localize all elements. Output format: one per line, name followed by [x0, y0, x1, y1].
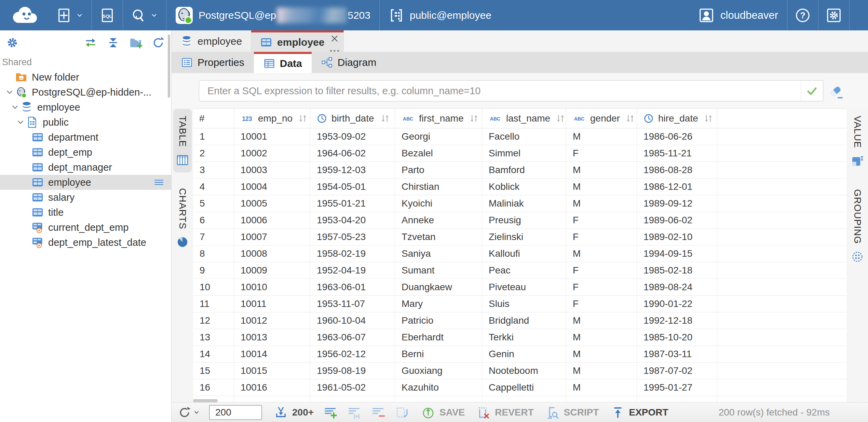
data-cell[interactable]: Sluis	[482, 296, 566, 312]
tree-item[interactable]: salary	[0, 190, 171, 205]
tree-item[interactable]: dept_emp	[0, 145, 171, 160]
data-cell[interactable]: Simmel	[482, 145, 566, 161]
data-cell[interactable]: 1986-12-01	[637, 179, 717, 195]
data-cell[interactable]: 1961-05-02	[310, 379, 395, 396]
data-cell[interactable]: 1992-12-18	[637, 312, 717, 329]
sort-icon[interactable]	[468, 113, 480, 124]
data-cell[interactable]: 10008	[234, 245, 310, 262]
data-cell[interactable]	[234, 396, 310, 402]
row-number-cell[interactable]: 12	[193, 312, 234, 329]
data-cell[interactable]: Mary	[395, 296, 482, 312]
refresh-results-button[interactable]	[178, 406, 200, 419]
data-cell[interactable]	[566, 396, 637, 402]
data-cell[interactable]: F	[566, 229, 637, 245]
help-button[interactable]: ?	[787, 0, 818, 30]
panel-tab-value[interactable]: VALUE	[848, 109, 867, 173]
sidebar-scrollbar[interactable]	[168, 34, 170, 98]
data-cell[interactable]: 1989-06-02	[637, 212, 717, 228]
sync-connections-icon[interactable]	[84, 36, 97, 50]
data-cell[interactable]: 10009	[234, 262, 310, 279]
data-cell[interactable]: 1953-11-07	[310, 296, 395, 312]
data-cell[interactable]: Georgi	[395, 128, 482, 145]
script-button[interactable]: SCRIPT	[545, 405, 599, 420]
data-cell[interactable]: F	[566, 296, 637, 312]
chevron-down-icon[interactable]	[4, 87, 15, 98]
data-cell[interactable]: 1985-11-21	[637, 145, 717, 161]
tree-item[interactable]: employee	[0, 175, 171, 190]
data-cell[interactable]: 1952-04-19	[310, 262, 395, 279]
data-cell[interactable]: Duangkaew	[395, 279, 482, 295]
save-button[interactable]: SAVE	[421, 405, 465, 420]
data-cell[interactable]: 1994-09-15	[637, 245, 717, 262]
subtab[interactable]: Data	[254, 52, 312, 73]
data-cell[interactable]: 1987-07-02	[637, 363, 717, 379]
data-cell[interactable]: Bridgland	[482, 312, 566, 329]
tree-item[interactable]: current_dept_emp	[0, 220, 171, 235]
search-connection-button[interactable]	[123, 0, 166, 30]
data-cell[interactable]: 1986-06-26	[637, 128, 717, 145]
data-cell[interactable]: Anneke	[395, 212, 482, 228]
data-cell[interactable]	[395, 396, 482, 402]
tree-item[interactable]: dept_manager	[0, 160, 171, 175]
data-cell[interactable]: Cappelletti	[482, 379, 566, 396]
data-cell[interactable]: 10015	[234, 363, 310, 379]
data-cell[interactable]: Genin	[482, 346, 566, 362]
data-cell[interactable]: 1989-02-10	[637, 229, 717, 245]
user-menu[interactable]: cloudbeaver	[690, 8, 787, 23]
row-number-cell[interactable]: 5	[193, 195, 234, 212]
batch-edit-button[interactable]	[395, 405, 409, 420]
chevron-down-icon[interactable]	[15, 117, 26, 128]
data-cell[interactable]: Bamford	[482, 162, 566, 178]
data-cell[interactable]: 1953-09-02	[310, 128, 395, 145]
data-cell[interactable]: 1959-12-03	[310, 162, 395, 178]
sql-editor-button[interactable]: SQL	[92, 0, 123, 30]
data-cell[interactable]: Facello	[482, 128, 566, 145]
column-header-gender[interactable]: ABCgender	[566, 109, 637, 128]
data-cell[interactable]: 1963-06-07	[310, 329, 395, 346]
data-cell[interactable]: M	[566, 379, 637, 396]
subtab[interactable]: Diagram	[312, 52, 386, 73]
data-cell[interactable]	[310, 396, 395, 402]
data-cell[interactable]: 1956-02-12	[310, 346, 395, 362]
refresh-tree-icon[interactable]	[151, 36, 165, 50]
row-number-cell[interactable]: 1	[193, 128, 234, 145]
data-cell[interactable]: 1964-06-02	[310, 145, 395, 161]
data-cell[interactable]: Maliniak	[482, 195, 566, 212]
sort-icon[interactable]	[297, 113, 309, 124]
delete-row-button[interactable]	[371, 405, 385, 420]
data-cell[interactable]: F	[566, 212, 637, 228]
data-cell[interactable]: 10011	[234, 296, 310, 312]
sort-icon[interactable]	[554, 113, 566, 124]
data-cell[interactable]: 10001	[234, 128, 310, 145]
data-cell[interactable]: Berni	[395, 346, 482, 362]
settings-button[interactable]	[818, 0, 849, 30]
data-cell[interactable]: 10005	[234, 195, 310, 212]
data-cell[interactable]: Parto	[395, 162, 482, 178]
data-cell[interactable]: Bezalel	[395, 145, 482, 161]
data-cell[interactable]: F	[566, 145, 637, 161]
row-number-cell[interactable]: 16	[193, 379, 234, 396]
data-cell[interactable]: Nooteboom	[482, 363, 566, 379]
data-cell[interactable]: 1955-01-21	[310, 195, 395, 212]
tree-item[interactable]: public	[0, 115, 171, 130]
data-cell[interactable]: M	[566, 346, 637, 362]
data-cell[interactable]: 1990-01-22	[637, 296, 717, 312]
editor-tab[interactable]: employee	[172, 30, 251, 52]
sql-filter-input[interactable]	[199, 81, 801, 101]
data-cell[interactable]: Peac	[482, 262, 566, 279]
more-icon[interactable]: ...	[329, 44, 340, 53]
data-cell[interactable]: Eberhardt	[395, 329, 482, 346]
data-cell[interactable]: 1986-08-28	[637, 162, 717, 178]
data-cell[interactable]: 1989-09-12	[637, 195, 717, 212]
data-cell[interactable]: 10007	[234, 229, 310, 245]
connection-selector[interactable]: PostgreSQL@ep 5203	[166, 0, 379, 30]
row-number-cell[interactable]: 7	[193, 229, 234, 245]
data-cell[interactable]: 1985-10-20	[637, 329, 717, 346]
column-header-emp_no[interactable]: 123emp_no	[234, 109, 310, 128]
sort-icon[interactable]	[624, 113, 636, 124]
apply-filter-button[interactable]	[801, 81, 823, 101]
data-cell[interactable]: 10014	[234, 346, 310, 362]
data-cell[interactable]: M	[566, 162, 637, 178]
row-number-cell[interactable]: 2	[193, 145, 234, 161]
data-cell[interactable]: 10012	[234, 312, 310, 329]
